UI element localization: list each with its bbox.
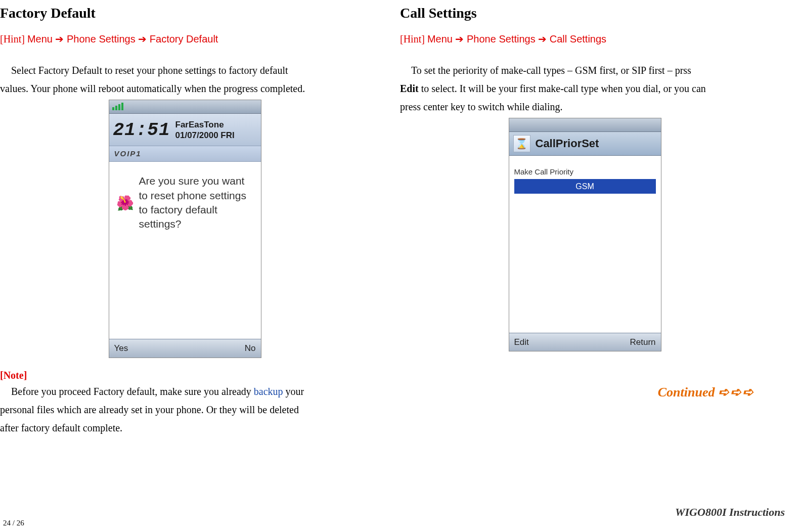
hourglass-icon: ⌛ xyxy=(513,135,530,152)
para-right-1b: Edit to select. It will be your first ma… xyxy=(400,80,770,97)
voip-indicator: VOIP1 xyxy=(109,146,261,162)
clock-block: 21:51 FarEasTone 01/07/2000 FRI xyxy=(109,114,261,146)
softkey-yes[interactable]: Yes xyxy=(114,341,128,355)
note-line2: personal files which are already set in … xyxy=(0,402,370,418)
heading-call-settings: Call Settings xyxy=(400,2,770,25)
hint-path-text-r: Menu ➔ Phone Settings ➔ Call Settings xyxy=(427,33,606,45)
hint-path-left: [Hint] Menu ➔ Phone Settings ➔ Factory D… xyxy=(0,31,370,47)
softkey-return[interactable]: Return xyxy=(630,335,655,349)
hint-path-right: [Hint] Menu ➔ Phone Settings ➔ Call Sett… xyxy=(400,31,770,47)
clock-time: 21:51 xyxy=(113,116,170,145)
continued-arrows-icon: ➪➪➪ xyxy=(718,385,754,400)
hint-prefix-r: [Hint] xyxy=(400,33,427,45)
phone-screenshot-factory: 21:51 FarEasTone 01/07/2000 FRI VOIP1 🌺 … xyxy=(109,100,261,358)
statusbar xyxy=(109,100,261,114)
heading-factory-default: Factory Default xyxy=(0,2,370,25)
screen-title: CallPriorSet xyxy=(536,135,599,152)
phone-screenshot-callpriorset: ⌛ CallPriorSet Make Call Priority GSM Ed… xyxy=(509,118,661,351)
para-right-1c: press center key to switch while dialing… xyxy=(400,99,770,115)
titlebar: ⌛ CallPriorSet xyxy=(509,132,661,156)
para-left-1a: Select Factory Default to reset your pho… xyxy=(0,62,370,78)
hint-path-text: Menu ➔ Phone Settings ➔ Factory Default xyxy=(27,33,218,45)
signal-icon xyxy=(112,103,123,110)
note-label: [Note] xyxy=(0,367,370,383)
hint-prefix: [Hint] xyxy=(0,33,27,45)
confirm-prompt-text: Are you sure you want to reset phone set… xyxy=(139,174,254,231)
field-label-make-call-priority: Make Call Priority xyxy=(509,156,661,179)
continued-text: Continued xyxy=(658,385,715,400)
note1a: Before you proceed Factory default, make… xyxy=(11,386,254,397)
call-priority-value[interactable]: GSM xyxy=(514,179,656,194)
para1b-rest: to select. It will be your first make-ca… xyxy=(419,83,706,94)
para-left-1b: values. Your phone will reboot automatic… xyxy=(0,80,370,97)
carrier-name: FarEasTone xyxy=(175,120,235,130)
continued-marker: Continued ➪➪➪ xyxy=(400,382,770,403)
doc-title-footer: WIGO800I Instructions xyxy=(675,503,785,521)
note-line1: Before you proceed Factory default, make… xyxy=(0,383,370,400)
note-line3: after factory default complete. xyxy=(0,420,370,436)
note1b: your xyxy=(283,386,304,397)
softkey-no[interactable]: No xyxy=(245,341,256,355)
edit-bold: Edit xyxy=(400,83,419,94)
flower-icon: 🌺 xyxy=(116,192,134,215)
page-number: 24 / 26 xyxy=(3,517,24,529)
statusbar-2 xyxy=(509,118,661,132)
backup-word: backup xyxy=(254,386,283,397)
softkey-edit[interactable]: Edit xyxy=(514,335,529,349)
clock-date: 01/07/2000 FRI xyxy=(175,130,235,141)
para-right-1a: To set the periority of make-call types … xyxy=(400,62,770,78)
